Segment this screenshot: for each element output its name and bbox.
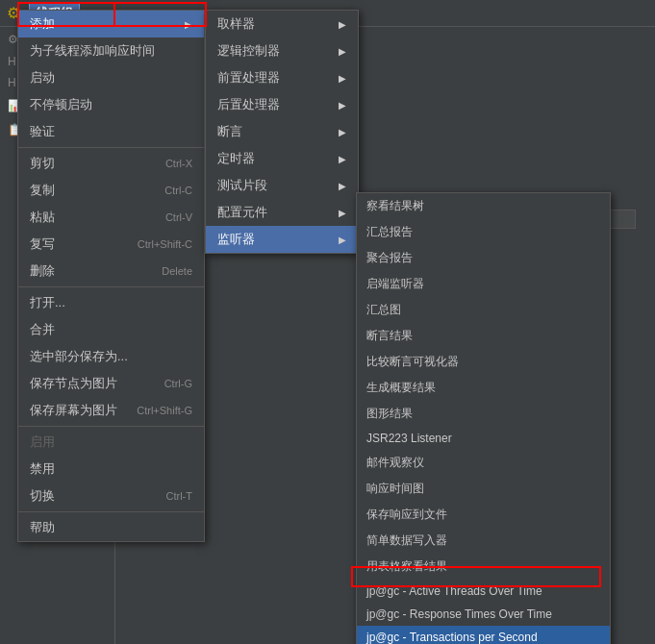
arrow-assert: ▶ bbox=[339, 127, 346, 137]
monitor-item-15[interactable]: jp@gc - Active Threads Over Time bbox=[357, 580, 610, 603]
http-icon2: H bbox=[8, 76, 16, 89]
arrow-logic: ▶ bbox=[339, 46, 346, 57]
menu-add-response-time[interactable]: 为子线程添加响应时间 bbox=[18, 37, 204, 64]
menu-enable[interactable]: 启用 bbox=[18, 429, 204, 456]
arrow-icon: ▶ bbox=[185, 19, 192, 30]
separator3 bbox=[18, 426, 204, 427]
menu-delete[interactable]: 删除 Delete bbox=[18, 258, 204, 285]
menu-toggle[interactable]: 切换 Ctrl-T bbox=[18, 483, 204, 509]
submenu-logic-ctrl[interactable]: 逻辑控制器 ▶ bbox=[206, 37, 358, 64]
menu-cut[interactable]: 剪切 Ctrl-X bbox=[18, 150, 204, 177]
arrow-pre: ▶ bbox=[339, 73, 346, 84]
context-menu-main: 添加 ▶ 为子线程添加响应时间 启动 不停顿启动 验证 剪切 Ctrl-X 复制… bbox=[17, 10, 205, 542]
http-icon: H bbox=[8, 55, 16, 68]
separator4 bbox=[18, 511, 204, 512]
menu-disable[interactable]: 禁用 bbox=[18, 456, 204, 483]
monitor-item-11[interactable]: 响应时间图 bbox=[357, 476, 610, 502]
menu-save-selected[interactable]: 选中部分保存为... bbox=[18, 343, 204, 370]
monitor-item-8[interactable]: 图形结果 bbox=[357, 401, 610, 427]
submenu-monitor[interactable]: 监听器 ▶ bbox=[206, 226, 358, 253]
arrow-config: ▶ bbox=[339, 208, 346, 218]
menu-save-node-img[interactable]: 保存节点为图片 Ctrl-G bbox=[18, 370, 204, 397]
separator1 bbox=[18, 147, 204, 148]
monitor-item-9[interactable]: JSR223 Listener bbox=[357, 427, 610, 450]
shortcut-toggle: Ctrl-T bbox=[166, 490, 193, 502]
shortcut-copy: Ctrl-C bbox=[164, 185, 192, 196]
shortcut-del: Delete bbox=[162, 265, 192, 277]
submenu-test-fragment[interactable]: 测试片段 ▶ bbox=[206, 172, 358, 199]
monitor-item-2[interactable]: 聚合报告 bbox=[357, 245, 610, 271]
menu-open[interactable]: 打开... bbox=[18, 289, 204, 316]
separator2 bbox=[18, 286, 204, 287]
menu-save-screen-img[interactable]: 保存屏幕为图片 Ctrl+Shift-G bbox=[18, 397, 204, 424]
monitor-item-3[interactable]: 启端监听器 bbox=[357, 271, 610, 297]
menu-add-label: 添加 bbox=[30, 15, 55, 33]
shortcut-cut: Ctrl-X bbox=[165, 158, 192, 169]
submenu-monitor: 察看结果树 汇总报告 聚合报告 启端监听器 汇总图 断言结果 比较断言可视化器 … bbox=[356, 192, 611, 644]
arrow-post: ▶ bbox=[339, 100, 346, 111]
shortcut-dup: Ctrl+Shift-C bbox=[138, 238, 192, 250]
submenu-assertion[interactable]: 断言 ▶ bbox=[206, 118, 358, 145]
shortcut-paste: Ctrl-V bbox=[165, 211, 192, 223]
monitor-item-12[interactable]: 保存响应到文件 bbox=[357, 502, 610, 528]
shortcut-save-node: Ctrl-G bbox=[164, 378, 192, 389]
monitor-item-5[interactable]: 断言结果 bbox=[357, 323, 610, 349]
submenu-sampler[interactable]: 取样器 ▶ bbox=[206, 11, 358, 37]
menu-add[interactable]: 添加 ▶ bbox=[18, 11, 204, 37]
menu-paste[interactable]: 粘贴 Ctrl-V bbox=[18, 204, 204, 231]
arrow-sampler: ▶ bbox=[339, 19, 346, 30]
submenu-add: 取样器 ▶ 逻辑控制器 ▶ 前置处理器 ▶ 后置处理器 ▶ 断言 ▶ 定时器 ▶… bbox=[205, 10, 359, 254]
monitor-item-1[interactable]: 汇总报告 bbox=[357, 219, 610, 245]
menu-help[interactable]: 帮助 bbox=[18, 514, 204, 541]
arrow-monitor: ▶ bbox=[339, 235, 346, 245]
submenu-pre-processor[interactable]: 前置处理器 ▶ bbox=[206, 64, 358, 91]
arrow-fragment: ▶ bbox=[339, 181, 346, 191]
submenu-config-element[interactable]: 配置元件 ▶ bbox=[206, 199, 358, 226]
monitor-item-16[interactable]: jp@gc - Response Times Over Time bbox=[357, 603, 610, 626]
shortcut-save-screen: Ctrl+Shift-G bbox=[137, 405, 192, 416]
monitor-item-4[interactable]: 汇总图 bbox=[357, 297, 610, 323]
monitor-item-0[interactable]: 察看结果树 bbox=[357, 193, 610, 219]
monitor-item-13[interactable]: 简单数据写入器 bbox=[357, 528, 610, 554]
menu-validate[interactable]: 验证 bbox=[18, 118, 204, 145]
menu-start[interactable]: 启动 bbox=[18, 64, 204, 91]
menu-merge[interactable]: 合并 bbox=[18, 316, 204, 343]
monitor-item-14[interactable]: 用表格察看结果 bbox=[357, 554, 610, 580]
monitor-item-17[interactable]: jp@gc - Transactions per Second bbox=[357, 626, 610, 644]
menu-start-no-pause[interactable]: 不停顿启动 bbox=[18, 91, 204, 118]
menu-duplicate[interactable]: 复写 Ctrl+Shift-C bbox=[18, 231, 204, 258]
arrow-timer: ▶ bbox=[339, 154, 346, 164]
monitor-item-6[interactable]: 比较断言可视化器 bbox=[357, 349, 610, 375]
monitor-item-10[interactable]: 邮件观察仪 bbox=[357, 450, 610, 476]
submenu-post-processor[interactable]: 后置处理器 ▶ bbox=[206, 91, 358, 118]
menu-copy[interactable]: 复制 Ctrl-C bbox=[18, 177, 204, 204]
monitor-item-7[interactable]: 生成概要结果 bbox=[357, 375, 610, 401]
submenu-timer[interactable]: 定时器 ▶ bbox=[206, 145, 358, 172]
